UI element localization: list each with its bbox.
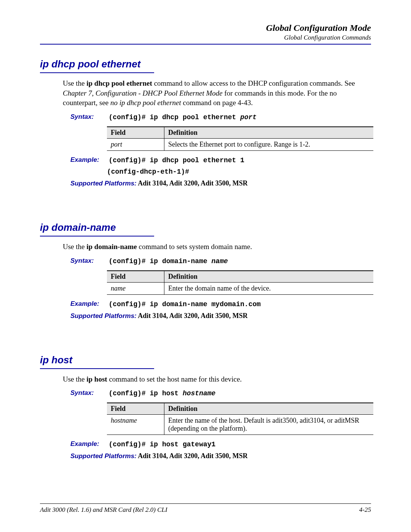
table-row: name Enter the domain name of the device… [107,282,373,294]
intro-text: Use the [63,243,86,251]
platforms-label: Supported Platforms: [70,452,137,460]
intro-bold: ip domain-name [86,243,137,251]
table-header-row: Field Definition [107,271,373,283]
field-table: Field Definition hostname Enter the name… [107,403,373,435]
platforms-row: Supported Platforms: Adit 3104, Adit 320… [70,452,371,460]
syntax-arg: name [212,257,228,265]
field-cell: hostname [107,415,164,435]
intro-text: Use the [63,375,86,383]
field-cell: name [107,282,164,294]
col-definition: Definition [164,127,374,139]
section-title: ip host [40,354,371,366]
def-cell: Enter the name of the host. Default is a… [164,415,374,435]
platforms-value: Adit 3104, Adit 3200, Adit 3500, MSR [137,179,248,187]
intro-bold: ip dhcp pool ethernet [86,79,152,87]
syntax-cmd: (config)# ip host [109,390,183,397]
intro-text: command to sets system domain name. [137,243,252,251]
example-cmd: (config)# ip dhcp pool ethernet 1 [109,157,244,164]
example-row: Example: (config)# ip domain-name mydoma… [70,300,371,308]
example-cmd-2: (config-dhcp-eth-1)# [107,168,189,176]
syntax-row: Syntax: (config)# ip host hostname [70,389,371,397]
syntax-label: Syntax: [70,113,107,121]
intro-italic: no ip dhcp pool ethernet [110,99,181,107]
platforms-label: Supported Platforms: [70,312,137,320]
platforms-label: Supported Platforms: [70,180,137,187]
intro-text: command to allow access to the DHCP conf… [152,79,355,87]
example-row-2: (config-dhcp-eth-1)# [107,168,371,176]
platforms-row: Supported Platforms: Adit 3104, Adit 320… [70,179,371,187]
example-row: Example: (config)# ip host gateway1 [70,440,371,448]
col-definition: Definition [164,271,374,283]
header-title: Global Configuration Mode [40,23,371,33]
def-cell: Enter the domain name of the device. [164,282,374,294]
section-ip-dhcp-pool-ethernet: ip dhcp pool ethernet Use the ip dhcp po… [40,58,371,187]
syntax-arg: hostname [183,390,215,397]
col-field: Field [107,403,164,415]
intro-bold: ip host [86,375,107,383]
intro-text: command to set the host name for this de… [107,375,242,383]
field-table: Field Definition name Enter the domain n… [107,270,373,295]
section-intro: Use the ip host command to set the host … [63,374,371,384]
syntax-cmd: (config)# ip dhcp pool ethernet [109,113,241,121]
def-cell: Selects the Ethernet port to configure. … [164,138,374,150]
platforms-row: Supported Platforms: Adit 3104, Adit 320… [70,312,371,320]
section-ip-domain-name: ip domain-name Use the ip domain-name co… [40,222,371,320]
field-table-wrap: Field Definition hostname Enter the name… [107,403,371,435]
syntax-row: Syntax: (config)# ip dhcp pool ethernet … [70,113,371,121]
syntax-arg: port [240,113,256,121]
table-row: port Selects the Ethernet port to config… [107,138,373,150]
footer-left: Adit 3000 (Rel. 1.6) and MSR Card (Rel 2… [40,506,167,514]
example-label: Example: [70,300,107,308]
section-intro: Use the ip dhcp pool ethernet command to… [63,78,371,108]
section-ip-host: ip host Use the ip host command to set t… [40,354,371,460]
section-intro: Use the ip domain-name command to sets s… [63,242,371,252]
header-subtitle: Global Configuration Commands [40,34,371,42]
field-table-wrap: Field Definition name Enter the domain n… [107,270,371,295]
syntax-row: Syntax: (config)# ip domain-name name [70,257,371,265]
syntax-cmd: (config)# ip domain-name [109,257,212,265]
table-header-row: Field Definition [107,127,373,139]
section-underline [40,72,154,73]
col-definition: Definition [164,403,374,415]
intro-italic: Chapter 7, Configuration - DHCP Pool Eth… [63,89,223,97]
example-label: Example: [70,440,107,448]
example-cmd: (config)# ip domain-name mydomain.com [109,300,261,308]
field-cell: port [107,138,164,150]
platforms-value: Adit 3104, Adit 3200, Adit 3500, MSR [137,312,248,320]
col-field: Field [107,127,164,139]
col-field: Field [107,271,164,283]
footer-right: 4-25 [359,506,371,514]
intro-text: command on page 4-43. [181,99,253,107]
page-footer: Adit 3000 (Rel. 1.6) and MSR Card (Rel 2… [40,503,371,514]
example-cmd: (config)# ip host gateway1 [109,441,216,448]
section-title: ip dhcp pool ethernet [40,58,371,70]
section-title: ip domain-name [40,222,371,233]
table-header-row: Field Definition [107,403,373,415]
field-table: Field Definition port Selects the Ethern… [107,126,373,151]
intro-text: Use the [63,79,86,87]
header-rule [40,44,371,45]
example-label: Example: [70,156,107,164]
page: Global Configuration Mode Global Configu… [0,0,411,532]
example-row: Example: (config)# ip dhcp pool ethernet… [70,156,371,164]
table-row: hostname Enter the name of the host. Def… [107,415,373,435]
page-header: Global Configuration Mode Global Configu… [40,23,371,42]
section-underline [40,236,154,236]
section-underline [40,368,154,369]
syntax-label: Syntax: [70,389,107,397]
platforms-value: Adit 3104, Adit 3200, Adit 3500, MSR [137,452,248,460]
field-table-wrap: Field Definition port Selects the Ethern… [107,126,371,151]
syntax-label: Syntax: [70,257,107,265]
